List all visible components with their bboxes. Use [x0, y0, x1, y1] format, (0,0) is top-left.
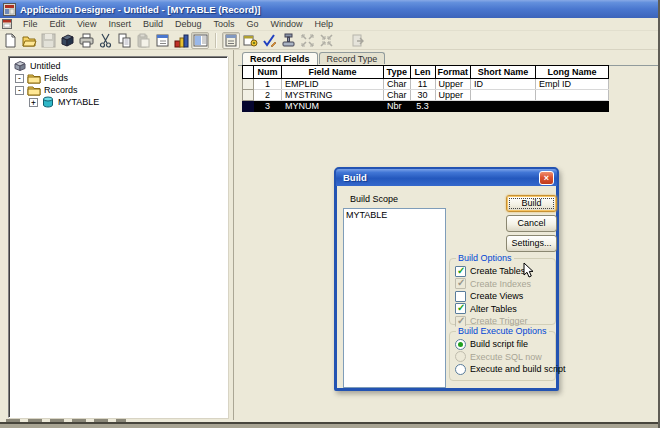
validate-button[interactable] [260, 32, 278, 49]
row-selector[interactable] [243, 101, 254, 112]
col-num[interactable]: Num [254, 66, 282, 79]
cell-long-name[interactable]: Empl ID [536, 79, 609, 90]
table-row[interactable]: 1 EMPLID Char 11 Upper ID Empl ID [243, 79, 609, 90]
cell-short-name[interactable]: ID [471, 79, 536, 90]
record-type-icon [281, 33, 296, 48]
window-bottom-edge [0, 422, 658, 428]
expand-arrows-button [298, 32, 316, 49]
col-type[interactable]: Type [384, 66, 411, 79]
col-long-name[interactable]: Long Name [536, 66, 609, 79]
menu-debug[interactable]: Debug [169, 18, 208, 30]
col-len[interactable]: Len [410, 66, 435, 79]
cell-len[interactable]: 5.3 [410, 101, 435, 112]
collapse-expander-icon[interactable]: - [15, 86, 24, 95]
save-project-button[interactable] [58, 32, 76, 49]
cell-field-name[interactable]: MYSTRING [282, 90, 384, 101]
radio-icon[interactable] [455, 339, 466, 350]
next-definition-button [349, 32, 367, 49]
close-icon[interactable]: × [539, 171, 554, 185]
table-row[interactable]: 2 MYSTRING Char 30 Upper [243, 90, 609, 101]
cell-num[interactable]: 3 [254, 101, 282, 112]
menu-help[interactable]: Help [309, 18, 340, 30]
option-label: Create Indexes [470, 279, 531, 289]
cell-type[interactable]: Nbr [384, 101, 411, 112]
checkbox-alter-tables[interactable]: Alter Tables [450, 303, 555, 316]
checkbox-icon[interactable] [455, 266, 466, 277]
menu-go[interactable]: Go [240, 18, 264, 30]
checkbox-icon[interactable] [455, 303, 466, 314]
checkbox-icon[interactable] [455, 291, 466, 302]
cell-field-name[interactable]: MYNUM [282, 101, 384, 112]
object-properties-button[interactable] [222, 32, 240, 49]
cell-len[interactable]: 11 [410, 79, 435, 90]
cell-long-name[interactable] [536, 90, 609, 101]
cell-short-name[interactable] [471, 90, 536, 101]
new-button[interactable] [1, 32, 19, 49]
table-row-selected[interactable]: 3 MYNUM Nbr 5.3 [243, 101, 609, 112]
copy-button[interactable] [115, 32, 133, 49]
build-button[interactable]: Build [506, 195, 557, 212]
cell-format[interactable]: Upper [435, 90, 471, 101]
cell-long-name[interactable] [536, 101, 609, 112]
checkbox-create-views[interactable]: Create Views [450, 290, 555, 303]
mdi-child-icon[interactable] [2, 19, 12, 29]
collapse-expander-icon[interactable]: - [15, 74, 24, 83]
toggle-project-workspace-button[interactable] [191, 32, 209, 49]
tree-item-untitled[interactable]: Untitled [11, 60, 225, 72]
radio-execute-and-build-script[interactable]: Execute and build script [450, 363, 555, 376]
paste-button [134, 32, 152, 49]
menu-edit[interactable]: Edit [44, 18, 72, 30]
object-properties-icon [224, 33, 239, 48]
workspace: Untitled - Fields - Records + [0, 50, 658, 422]
menu-window[interactable]: Window [264, 18, 308, 30]
row-selector[interactable] [243, 79, 254, 90]
cell-num[interactable]: 1 [254, 79, 282, 90]
tree-item-records[interactable]: - Records [11, 84, 225, 96]
build-scope-label: Build Scope [350, 194, 398, 204]
expand-expander-icon[interactable]: + [29, 98, 38, 107]
build-project-button[interactable] [172, 32, 190, 49]
radio-build-script-file[interactable]: Build script file [450, 338, 555, 351]
cancel-button[interactable]: Cancel [506, 215, 557, 232]
cut-button[interactable] [96, 32, 114, 49]
cell-format[interactable] [435, 101, 471, 112]
checkbox-create-tables[interactable]: Create Tables [450, 265, 555, 278]
tree-item-fields[interactable]: - Fields [11, 72, 225, 84]
panel-splitter[interactable] [233, 50, 234, 420]
cell-short-name[interactable] [471, 101, 536, 112]
save-button [39, 32, 57, 49]
cell-num[interactable]: 2 [254, 90, 282, 101]
build-scope-listbox[interactable]: MYTABLE [343, 208, 446, 388]
project-tree-panel[interactable]: Untitled - Fields - Records + [8, 56, 228, 418]
build-dialog-titlebar[interactable]: Build × [336, 169, 557, 186]
record-properties-button[interactable] [241, 32, 259, 49]
menu-view[interactable]: View [71, 18, 102, 30]
print-button[interactable] [77, 32, 95, 49]
open-button[interactable] [20, 32, 38, 49]
cell-len[interactable]: 30 [410, 90, 435, 101]
col-format[interactable]: Format [435, 66, 471, 79]
row-selector[interactable] [243, 90, 254, 101]
record-type-button[interactable] [279, 32, 297, 49]
menu-insert[interactable]: Insert [102, 18, 137, 30]
tab-record-fields[interactable]: Record Fields [242, 52, 318, 65]
list-item[interactable]: MYTABLE [346, 210, 443, 221]
tab-record-type[interactable]: Record Type [319, 52, 386, 64]
menu-tools[interactable]: Tools [207, 18, 240, 30]
cell-type[interactable]: Char [384, 90, 411, 101]
project-properties-button[interactable] [153, 32, 171, 49]
build-dialog: Build × Build Scope MYTABLE Build Cancel… [334, 167, 559, 391]
checkbox-icon [455, 278, 466, 289]
cell-type[interactable]: Char [384, 79, 411, 90]
menu-file[interactable]: File [17, 18, 44, 30]
record-tabs: Record Fields Record Type [242, 52, 386, 65]
cell-field-name[interactable]: EMPLID [282, 79, 384, 90]
save-project-icon [60, 33, 75, 48]
col-field-name[interactable]: Field Name [282, 66, 384, 79]
settings-button[interactable]: Settings... [506, 235, 557, 252]
cell-format[interactable]: Upper [435, 79, 471, 90]
radio-icon[interactable] [455, 364, 466, 375]
col-short-name[interactable]: Short Name [471, 66, 536, 79]
menu-build[interactable]: Build [137, 18, 169, 30]
tree-item-mytable[interactable]: + MYTABLE [11, 96, 225, 108]
